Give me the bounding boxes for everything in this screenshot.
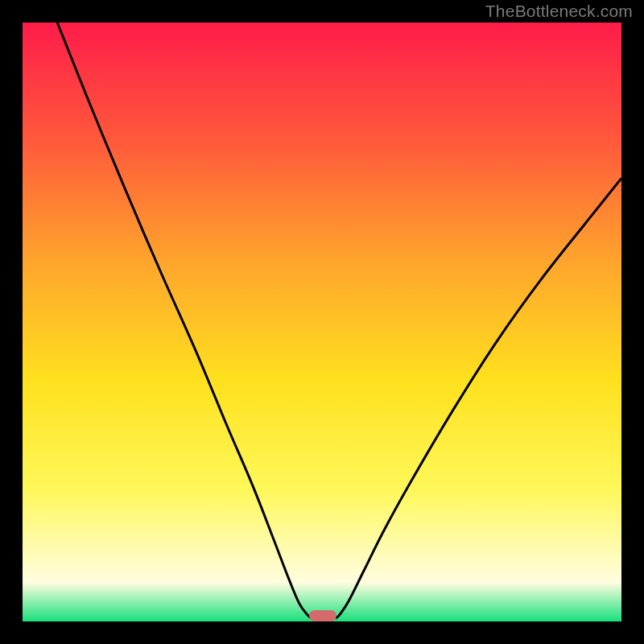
curve-left-branch [57,23,311,618]
curve-right-branch [335,178,621,618]
optimal-point-marker [309,610,336,621]
chart-container: TheBottleneck.com [0,0,644,644]
plot-area [23,23,621,621]
watermark-text: TheBottleneck.com [485,2,633,21]
bottleneck-curve [23,23,621,621]
